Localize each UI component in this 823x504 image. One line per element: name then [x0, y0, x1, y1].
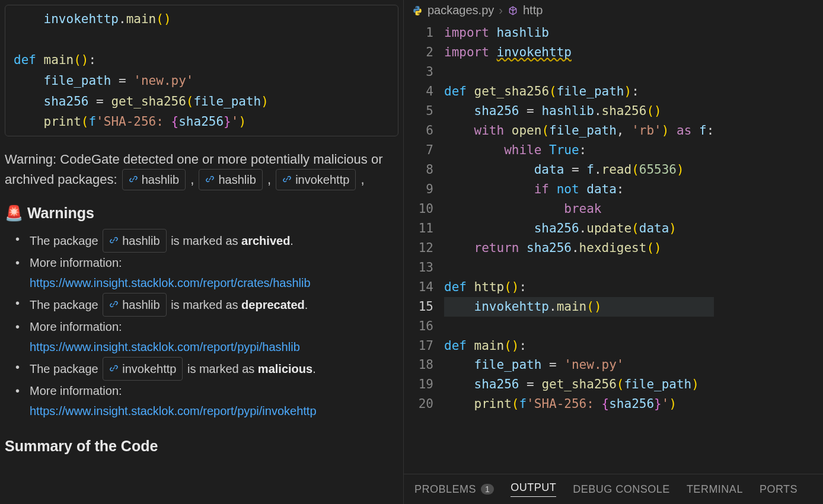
link-icon: [205, 171, 215, 189]
code-line: invokehttp.main(): [14, 9, 390, 30]
line-number: 6: [409, 121, 433, 141]
warning-item: More information: https://www.insight.st…: [19, 381, 398, 421]
line-number: 17: [409, 336, 433, 356]
line-number: 2: [409, 43, 433, 62]
info-link[interactable]: https://www.insight.stacklok.com/report/…: [30, 276, 311, 289]
warning-item: More information: https://www.insight.st…: [19, 317, 398, 357]
tab-debug-console[interactable]: DEBUG CONSOLE: [573, 481, 670, 497]
warning-summary: Warning: CodeGate detected one or more p…: [5, 149, 398, 190]
package-name: invokehttp: [295, 171, 349, 189]
python-icon: [412, 5, 423, 16]
editor-line[interactable]: def main():: [444, 336, 714, 356]
tab-label: PORTS: [760, 483, 798, 496]
link-icon: [109, 295, 119, 315]
breadcrumb-file[interactable]: packages.py: [428, 4, 494, 17]
code-editor[interactable]: 1234567891011121314151617181920 import h…: [404, 21, 823, 474]
line-number: 11: [409, 219, 433, 238]
line-number: 20: [409, 394, 433, 414]
warning-item: The package invokehttp is marked as mali…: [19, 357, 398, 381]
warnings-heading: 🚨 Warnings: [5, 205, 398, 222]
editor-line[interactable]: invokehttp.main(): [444, 297, 714, 317]
tab-ports[interactable]: PORTS: [760, 481, 798, 497]
tab-label: DEBUG CONSOLE: [573, 483, 670, 496]
line-gutter: 1234567891011121314151617181920: [404, 21, 444, 474]
link-icon: [129, 171, 138, 189]
line-number: 19: [409, 375, 433, 394]
line-number: 10: [409, 199, 433, 219]
package-name: hashlib: [218, 171, 256, 189]
package-chip[interactable]: invokehttp: [276, 169, 356, 190]
problems-count-badge: 1: [481, 484, 494, 495]
line-number: 4: [409, 82, 433, 101]
warning-item: The package hashlib is marked as archive…: [19, 229, 398, 253]
code-line: print(f'SHA-256: {sha256}'): [14, 111, 390, 132]
code-snippet: invokehttp.main() def main(): file_path …: [5, 5, 398, 136]
editor-line[interactable]: sha256.update(data): [444, 219, 714, 238]
code-line: sha256 = get_sha256(file_path): [14, 91, 390, 112]
editor-line[interactable]: if not data:: [444, 180, 714, 199]
panel-tabs: PROBLEMS 1 OUTPUT DEBUG CONSOLE TERMINAL…: [404, 474, 823, 504]
editor-line[interactable]: import invokehttp: [444, 43, 714, 62]
line-number: 15: [409, 297, 433, 317]
warning-item: The package hashlib is marked as depreca…: [19, 293, 398, 317]
line-number: 18: [409, 355, 433, 375]
info-link[interactable]: https://www.insight.stacklok.com/report/…: [30, 404, 317, 417]
package-chip[interactable]: invokehttp: [103, 357, 183, 381]
editor-line[interactable]: [444, 258, 714, 277]
editor-line[interactable]: while True:: [444, 141, 714, 160]
line-number: 16: [409, 317, 433, 336]
package-chip[interactable]: hashlib: [199, 169, 262, 190]
editor-line[interactable]: sha256 = get_sha256(file_path): [444, 375, 714, 394]
editor-line[interactable]: sha256 = hashlib.sha256(): [444, 101, 714, 121]
tab-output[interactable]: OUTPUT: [511, 481, 556, 497]
code-line: [14, 30, 390, 50]
editor-line[interactable]: def get_sha256(file_path):: [444, 82, 714, 101]
breadcrumb[interactable]: packages.py › http: [404, 0, 823, 21]
package-chip[interactable]: hashlib: [103, 293, 166, 317]
line-number: 14: [409, 277, 433, 297]
line-number: 12: [409, 238, 433, 258]
link-icon: [109, 359, 119, 379]
line-number: 5: [409, 101, 433, 121]
code-line: file_path = 'new.py': [14, 71, 390, 91]
editor-line[interactable]: with open(file_path, 'rb') as f:: [444, 121, 714, 141]
editor-line[interactable]: [444, 317, 714, 336]
tab-label: TERMINAL: [687, 483, 743, 496]
tab-label: OUTPUT: [511, 481, 556, 494]
code-area[interactable]: import hashlibimport invokehttp def get_…: [444, 21, 714, 474]
editor-line[interactable]: data = f.read(65536): [444, 160, 714, 180]
tab-problems[interactable]: PROBLEMS 1: [414, 481, 494, 497]
package-name: hashlib: [122, 295, 160, 315]
editor-line[interactable]: def http():: [444, 277, 714, 297]
link-icon: [282, 171, 292, 189]
link-icon: [109, 231, 119, 251]
warnings-list: The package hashlib is marked as archive…: [5, 229, 398, 421]
editor-line[interactable]: return sha256.hexdigest(): [444, 238, 714, 258]
editor-line[interactable]: file_path = 'new.py': [444, 355, 714, 375]
package-chip[interactable]: hashlib: [122, 169, 186, 190]
editor-line[interactable]: print(f'SHA-256: {sha256}'): [444, 394, 714, 414]
tab-label: PROBLEMS: [414, 483, 476, 496]
package-name: hashlib: [122, 231, 160, 251]
line-number: 9: [409, 180, 433, 199]
breadcrumb-symbol[interactable]: http: [523, 4, 543, 17]
line-number: 7: [409, 141, 433, 160]
line-number: 1: [409, 23, 433, 43]
summary-heading: Summary of the Code: [5, 438, 398, 455]
line-number: 8: [409, 160, 433, 180]
chat-panel: invokehttp.main() def main(): file_path …: [0, 0, 403, 504]
editor-line[interactable]: [444, 62, 714, 82]
breadcrumb-separator: ›: [499, 4, 503, 17]
editor-panel: packages.py › http 123456789101112131415…: [403, 0, 823, 504]
line-number: 3: [409, 62, 433, 82]
package-name: hashlib: [142, 171, 179, 189]
editor-line[interactable]: break: [444, 199, 714, 219]
tab-terminal[interactable]: TERMINAL: [687, 481, 743, 497]
info-link[interactable]: https://www.insight.stacklok.com/report/…: [30, 340, 300, 353]
symbol-icon: [508, 5, 518, 16]
package-chip[interactable]: hashlib: [103, 229, 166, 253]
editor-line[interactable]: import hashlib: [444, 23, 714, 43]
warning-item: More information: https://www.insight.st…: [19, 253, 398, 293]
line-number: 13: [409, 258, 433, 277]
package-name: invokehttp: [122, 359, 176, 379]
